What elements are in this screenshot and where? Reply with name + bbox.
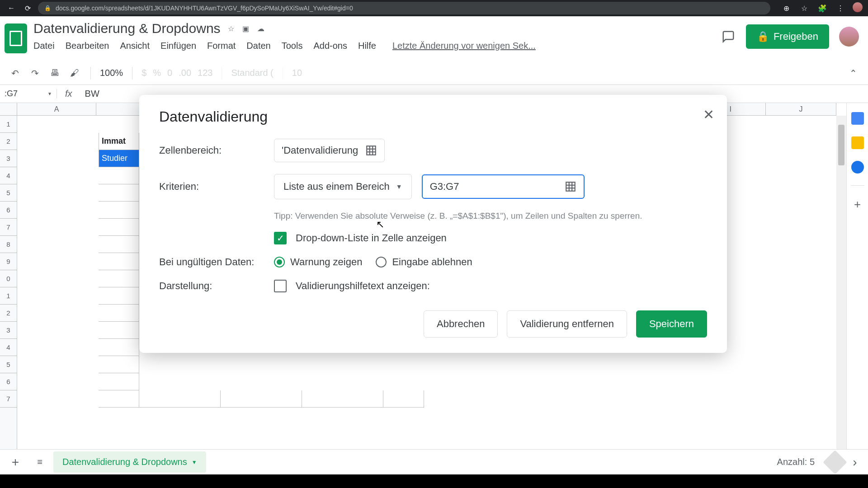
criteria-select[interactable]: Liste aus einem Bereich ▼	[274, 174, 412, 199]
criteria-range-input[interactable]: G3:G7	[422, 174, 585, 199]
cancel-button[interactable]: Abbrechen	[424, 310, 498, 338]
save-button[interactable]: Speichern	[636, 310, 707, 338]
remove-validation-button[interactable]: Validierung entfernen	[507, 310, 627, 338]
cell-range-input[interactable]: 'Datenvalidierung	[274, 139, 385, 162]
range-value: 'Datenvalidierung	[282, 145, 358, 156]
appearance-label: Darstellung:	[159, 280, 274, 292]
svg-rect-5	[566, 182, 575, 191]
radio-icon	[274, 257, 285, 267]
radio-icon	[376, 257, 387, 267]
criteria-label: Kriterien:	[159, 181, 274, 192]
criteria-tip: Tipp: Verwenden Sie absolute Verweise (z…	[274, 211, 707, 221]
radio-warn[interactable]: Warnung zeigen	[274, 256, 362, 268]
show-dropdown-checkbox[interactable]: ✓	[274, 232, 287, 244]
criteria-select-value: Liste aus einem Bereich	[283, 181, 390, 192]
select-range-icon[interactable]	[365, 145, 377, 156]
radio-reject[interactable]: Eingabe ablehnen	[376, 256, 472, 268]
helptext-label: Validierungshilfetext anzeigen:	[296, 280, 430, 292]
helptext-checkbox[interactable]	[274, 280, 287, 292]
svg-rect-0	[367, 146, 376, 155]
invalid-data-label: Bei ungültigen Daten:	[159, 256, 274, 268]
range-label: Zellenbereich:	[159, 145, 274, 156]
show-dropdown-label: Drop-down-Liste in Zelle anzeigen	[296, 232, 447, 244]
dialog-title: Datenvalidierung	[159, 108, 707, 125]
criteria-range-value: G3:G7	[430, 181, 459, 192]
select-range-icon[interactable]	[565, 181, 576, 192]
data-validation-dialog: Datenvalidierung ✕ Zellenbereich: 'Daten…	[139, 95, 727, 353]
dialog-backdrop: Datenvalidierung ✕ Zellenbereich: 'Daten…	[0, 0, 868, 488]
chevron-down-icon: ▼	[396, 183, 402, 190]
close-dialog-button[interactable]: ✕	[703, 107, 714, 122]
